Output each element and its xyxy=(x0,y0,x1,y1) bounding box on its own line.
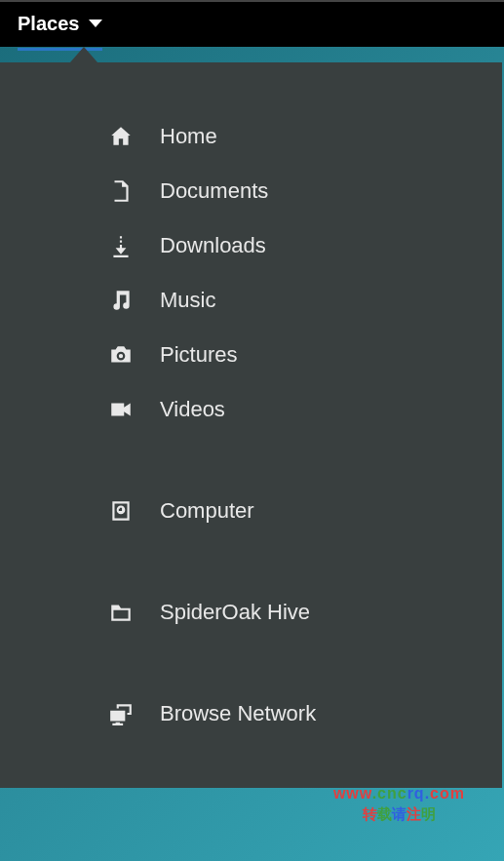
menu-item-spideroak[interactable]: SpiderOak Hive xyxy=(0,585,502,640)
menu-arrow xyxy=(70,47,97,62)
chevron-down-icon xyxy=(89,20,102,27)
menu-panel: Home Documents Downloads Music Pictures xyxy=(0,62,502,788)
menu-item-label: Documents xyxy=(160,178,268,204)
download-icon xyxy=(107,232,135,259)
menu-item-home[interactable]: Home xyxy=(0,109,502,164)
top-bar: Places xyxy=(0,0,504,47)
menu-item-label: Home xyxy=(160,124,217,149)
network-icon xyxy=(107,700,135,727)
watermark-url: www.cncrq.com xyxy=(333,785,465,802)
document-icon xyxy=(107,177,135,205)
menu-item-music[interactable]: Music xyxy=(0,273,502,328)
menu-item-label: Pictures xyxy=(160,342,237,368)
menu-item-label: SpiderOak Hive xyxy=(160,600,310,625)
places-menu: Home Documents Downloads Music Pictures xyxy=(0,47,504,788)
menu-item-computer[interactable]: Computer xyxy=(0,484,502,538)
menu-item-downloads[interactable]: Downloads xyxy=(0,218,502,273)
menu-item-label: Downloads xyxy=(160,233,266,258)
menu-item-label: Music xyxy=(160,288,215,313)
watermark-text: 转载请注明 xyxy=(363,805,436,824)
menu-item-label: Browse Network xyxy=(160,701,316,726)
places-label: Places xyxy=(18,13,79,35)
places-menu-button[interactable]: Places xyxy=(18,3,102,45)
menu-divider xyxy=(0,538,502,585)
camera-icon xyxy=(107,341,135,369)
video-icon xyxy=(107,396,135,423)
menu-divider xyxy=(0,640,502,686)
menu-divider xyxy=(0,437,502,484)
home-icon xyxy=(107,123,135,150)
menu-item-label: Videos xyxy=(160,397,225,422)
folder-icon xyxy=(107,599,135,626)
menu-item-documents[interactable]: Documents xyxy=(0,164,502,218)
music-icon xyxy=(107,287,135,314)
menu-item-videos[interactable]: Videos xyxy=(0,382,502,437)
menu-item-label: Computer xyxy=(160,498,254,524)
menu-item-network[interactable]: Browse Network xyxy=(0,686,502,741)
menu-item-pictures[interactable]: Pictures xyxy=(0,328,502,382)
computer-icon xyxy=(107,497,135,525)
